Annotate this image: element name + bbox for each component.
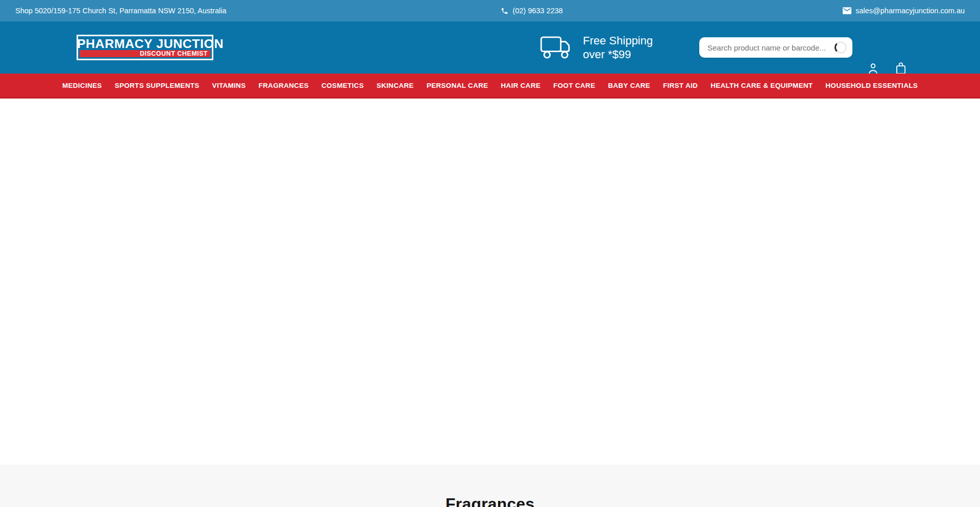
nav-item-personal-care[interactable]: PERSONAL CARE xyxy=(427,82,488,89)
category-nav: MEDICINES SPORTS SUPPLEMENTS VITAMINS FR… xyxy=(0,74,980,99)
nav-item-health-care-equipment[interactable]: HEALTH CARE & EQUIPMENT xyxy=(710,82,813,89)
phone-icon xyxy=(501,7,508,15)
search-input[interactable] xyxy=(699,37,852,58)
page: Shop 5020/159-175 Church St, Parramatta … xyxy=(0,0,980,507)
free-shipping-banner: Free Shipping over *$99 xyxy=(540,34,653,61)
logo-title: PHARMACY JUNCTION xyxy=(77,38,213,50)
category-section: Fragrances xyxy=(0,465,980,507)
nav-item-cosmetics[interactable]: COSMETICS xyxy=(322,82,364,89)
search-box xyxy=(699,37,852,58)
phone-number: (02) 9633 2238 xyxy=(512,7,562,15)
nav-item-sports-supplements[interactable]: SPORTS SUPPLEMENTS xyxy=(115,82,200,89)
email-link[interactable]: sales@pharmacyjunction.com.au xyxy=(843,7,965,15)
loading-spinner-icon xyxy=(835,41,847,54)
nav-item-first-aid[interactable]: FIRST AID xyxy=(663,82,698,89)
nav-item-hair-care[interactable]: HAIR CARE xyxy=(501,82,541,89)
shipping-line2: over *$99 xyxy=(583,47,653,61)
nav-item-fragrances[interactable]: FRAGRANCES xyxy=(258,82,308,89)
logo[interactable]: PHARMACY JUNCTION DISCOUNT CHEMIST xyxy=(77,35,213,60)
nav-item-medicines[interactable]: MEDICINES xyxy=(62,82,102,89)
nav-item-baby-care[interactable]: BABY CARE xyxy=(608,82,650,89)
header: PHARMACY JUNCTION DISCOUNT CHEMIST Free … xyxy=(0,21,980,74)
nav-item-household-essentials[interactable]: HOUSEHOLD ESSENTIALS xyxy=(825,82,918,89)
logo-subtitle: DISCOUNT CHEMIST xyxy=(140,51,208,57)
logo-stripe: DISCOUNT CHEMIST xyxy=(80,50,210,57)
page-title: Fragrances xyxy=(0,495,980,507)
email-address: sales@pharmacyjunction.com.au xyxy=(855,7,965,15)
main-content xyxy=(0,99,980,465)
truck-icon xyxy=(540,35,573,60)
shipping-line1: Free Shipping xyxy=(583,34,653,47)
topbar: Shop 5020/159-175 Church St, Parramatta … xyxy=(0,0,980,21)
store-address: Shop 5020/159-175 Church St, Parramatta … xyxy=(15,7,459,15)
envelope-icon xyxy=(843,7,851,14)
nav-item-vitamins[interactable]: VITAMINS xyxy=(212,82,246,89)
nav-item-skincare[interactable]: SKINCARE xyxy=(377,82,414,89)
nav-item-foot-care[interactable]: FOOT CARE xyxy=(553,82,595,89)
phone-link[interactable]: (02) 9633 2238 xyxy=(501,7,562,15)
